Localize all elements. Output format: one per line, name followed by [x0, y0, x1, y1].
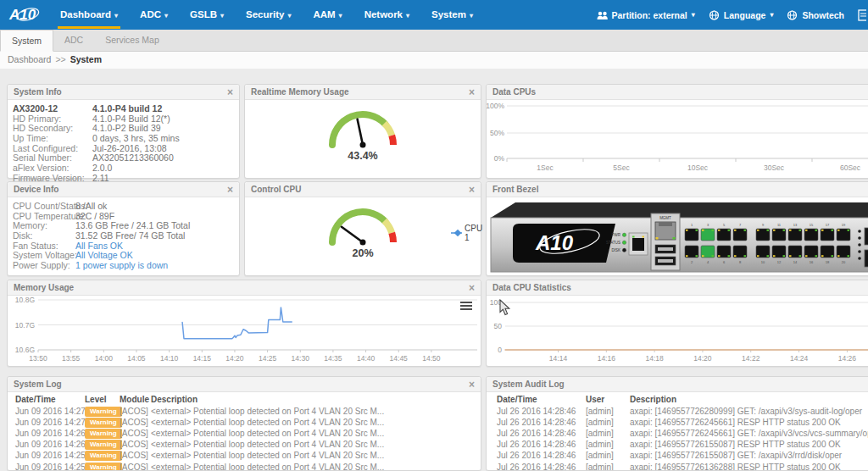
panel-title: Front Bezel [492, 185, 538, 194]
warning-badge: Warning [85, 418, 122, 428]
warning-badge: Warning [85, 463, 122, 471]
nav-partition[interactable]: Partition: external▾ [597, 10, 695, 20]
data-cpus-chart: 100%50%0%1Sec5Sec10Sec30Sec60Sec [487, 100, 868, 178]
svg-text:10Sec: 10Sec [687, 163, 709, 172]
svg-text:14:40: 14:40 [357, 354, 376, 363]
svg-text:100%: 100% [487, 102, 504, 110]
svg-text:0: 0 [498, 346, 502, 354]
close-icon[interactable]: × [469, 87, 475, 97]
warning-badge: Warning [85, 440, 122, 450]
a10-logo: A10 [7, 3, 41, 29]
panel-data-cpus: Data CPUs 100%50%0%1Sec5Sec10Sec30Sec60S… [486, 84, 868, 179]
log-row: Jun 09 2016 14:25:51Warning[ACOS]<extern… [8, 463, 481, 471]
control-cpu-gauge [245, 197, 481, 275]
svg-text:15: 15 [810, 223, 814, 227]
nav-item-security[interactable]: Security▾ [235, 0, 302, 30]
nav-item-aam[interactable]: AAM▾ [302, 0, 353, 30]
chevron-down-icon: ▾ [339, 12, 342, 19]
svg-text:14:30: 14:30 [292, 354, 310, 363]
svg-text:14:10: 14:10 [160, 354, 179, 363]
nav-showtech[interactable]: Showtech [787, 10, 844, 20]
close-icon[interactable]: × [469, 185, 475, 195]
svg-text:12: 12 [777, 260, 782, 264]
svg-text:20: 20 [842, 260, 846, 264]
nav-item-dashboard[interactable]: Dashboard▾ [49, 0, 129, 30]
svg-text:14:22: 14:22 [742, 354, 760, 363]
status-link[interactable]: All Fans OK [75, 241, 123, 251]
tab-adc[interactable]: ADC [53, 30, 94, 51]
panel-title: Realtime Memory Usage [251, 87, 349, 97]
info-row: Last Configured:Jul-26-2016, 13:08 [8, 143, 239, 153]
svg-text:14:35: 14:35 [324, 354, 342, 363]
panel-title: System Audit Log [492, 380, 565, 389]
close-icon[interactable]: × [469, 380, 475, 390]
log-row: Jul 26 2016 14:28:46[admin]axapi: [14695… [487, 407, 868, 418]
panel-title: System Info [14, 87, 62, 97]
svg-text:14:18: 14:18 [645, 354, 664, 363]
log-row: Jul 26 2016 14:28:46[admin]axapi: [14695… [487, 418, 868, 429]
chevron-down-icon: ▾ [287, 12, 291, 19]
warning-badge: Warning [85, 429, 122, 439]
info-row: aFlex Version:2.0.0 [8, 163, 239, 173]
nav-item-system[interactable]: System▾ [420, 0, 484, 30]
chart-menu-icon[interactable] [460, 299, 472, 308]
info-row: Fan Status:All Fans OK [8, 241, 239, 251]
nav-item-adc[interactable]: ADC▾ [129, 0, 179, 30]
log-row: Jun 09 2016 14:27:51Warning[ACOS]<extern… [8, 407, 481, 418]
globe-icon [709, 10, 720, 20]
svg-text:14:26: 14:26 [838, 354, 857, 363]
memory-gauge [245, 100, 481, 178]
status-link[interactable]: All Voltage OK [75, 250, 133, 260]
svg-text:14:45: 14:45 [390, 354, 409, 363]
svg-text:14:20: 14:20 [225, 354, 244, 363]
tab-bar: SystemADCServices Map [0, 30, 868, 52]
svg-text:10.8G: 10.8G [15, 296, 35, 304]
svg-text:13:50: 13:50 [29, 354, 47, 363]
panel-device-info: Device Info × CPU Count/Status:8 /All ok… [7, 181, 240, 276]
audit-log-table: Date/TimeUserDescriptionJul 26 2016 14:2… [487, 392, 868, 470]
svg-text:A10: A10 [535, 231, 574, 254]
svg-text:19: 19 [842, 223, 846, 227]
breadcrumb-parent[interactable]: Dashboard [8, 54, 51, 64]
table-header: Date/TimeLevelModuleDescription [8, 395, 481, 406]
svg-text:14:15: 14:15 [193, 354, 212, 363]
tab-system[interactable]: System [0, 30, 53, 52]
info-row: HD Secondary:4.1.0-P2 Build 39 [8, 123, 239, 133]
status-link[interactable]: 1 power supply is down [75, 260, 168, 270]
users-icon [597, 10, 608, 20]
clipped-doc-icon[interactable] [858, 8, 866, 22]
svg-text:10.7G: 10.7G [15, 321, 35, 330]
panel-system-audit-log: System Audit Log Date/TimeUserDescriptio… [486, 376, 868, 471]
tab-services-map[interactable]: Services Map [94, 30, 170, 51]
close-icon[interactable]: × [469, 283, 475, 293]
nav-item-gslb[interactable]: GSLB▾ [179, 0, 235, 30]
svg-text:13: 13 [793, 223, 798, 227]
svg-text:17: 17 [826, 223, 830, 227]
chevron-down-icon: ▾ [220, 12, 224, 19]
info-row: Memory:13.6 GB Free / 24.1 GB Total [8, 220, 239, 230]
panel-control-cpu: Control CPU × 20% CPU 1 [244, 181, 481, 276]
globe-icon [787, 10, 798, 20]
svg-text:50%: 50% [490, 129, 504, 137]
svg-text:1Sec: 1Sec [537, 163, 554, 172]
system-log-table: Date/TimeLevelModuleDescriptionJun 09 20… [8, 392, 481, 470]
close-icon[interactable]: × [227, 185, 233, 195]
table-header: Date/TimeUserDescription [487, 395, 868, 406]
close-icon[interactable]: × [227, 87, 233, 97]
svg-text:18: 18 [826, 260, 830, 264]
svg-text:14:25: 14:25 [259, 354, 277, 363]
data-cpu-statistics-chart: 10050014:1414:1614:1814:2014:2214:2414:2… [487, 296, 868, 366]
nav-language[interactable]: Language▾ [709, 10, 774, 20]
info-row: CPU Temperature:32C / 89F [8, 211, 239, 221]
cpu1-legend[interactable]: CPU 1 [451, 224, 485, 242]
breadcrumb-current: System [70, 54, 102, 64]
legend-marker-icon [451, 230, 462, 236]
panel-title: Data CPU Statistics [492, 283, 571, 292]
top-nav: A10 Dashboard▾ADC▾GSLB▾Security▾AAM▾Netw… [0, 0, 868, 30]
info-row: Disk:31.52 GB Free/ 74 GB Total [8, 230, 239, 241]
panel-title: Device Info [14, 185, 58, 194]
memory-usage-chart: 10.8G10.7G10.6G13:5013:5514:0014:0514:10… [8, 296, 481, 366]
log-row: Jul 26 2016 14:28:46[admin]axapi: [14695… [487, 440, 868, 451]
nav-item-network[interactable]: Network▾ [353, 0, 420, 30]
svg-text:30Sec: 30Sec [764, 163, 785, 172]
